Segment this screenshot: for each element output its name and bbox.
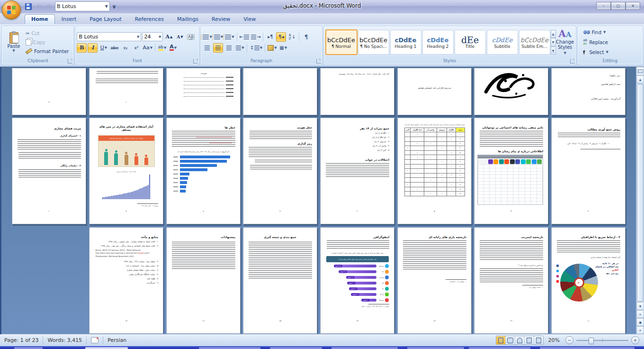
- tab-page-layout[interactable]: Page Layout: [83, 14, 128, 24]
- gallery-up-button[interactable]: ▲: [551, 30, 556, 38]
- tab-mailings[interactable]: Mailings: [170, 14, 205, 24]
- document-page[interactable]: ۲: [12, 68, 86, 115]
- document-page[interactable]: [474, 68, 548, 115]
- decrease-indent-button[interactable]: ⇤: [239, 32, 250, 42]
- document-page[interactable]: تاریخچه اینترنتچه کسی به اینترنت وصل شد …: [474, 227, 548, 334]
- page-indicator[interactable]: Page: 1 of 23: [0, 336, 43, 344]
- full-screen-reading-button[interactable]: [506, 336, 515, 344]
- document-page[interactable]: مزیت فضای مجازی۱ - اشتراک گذاری۲ - تبلیغ…: [12, 118, 86, 224]
- cut-button[interactable]: ✂Cut: [24, 29, 72, 37]
- document-page[interactable]: جعل هویترمز گذاری۷: [243, 118, 317, 224]
- clipboard-dialog-launcher[interactable]: [68, 59, 72, 64]
- sort-button[interactable]: AZ↓: [287, 32, 297, 42]
- document-page[interactable]: مدرسه:فارابی پایه تحصیلی:هشتم: [397, 68, 472, 115]
- document-page[interactable]: خطر هاآمار گروهی از مردم که در سال ۹۶ - …: [166, 118, 241, 224]
- gallery-more-button[interactable]: ▼̲: [551, 46, 556, 55]
- zoom-in-button[interactable]: +: [631, 336, 639, 344]
- styles-dialog-launcher[interactable]: [570, 59, 575, 64]
- ltr-direction-button[interactable]: ▸¶: [265, 32, 275, 42]
- numbering-button[interactable]: ▼: [214, 32, 224, 42]
- change-case-button[interactable]: Aa▼: [142, 43, 153, 53]
- strikethrough-button[interactable]: abe: [109, 43, 119, 53]
- browse-object-button[interactable]: ●: [636, 318, 644, 326]
- format-painter-button[interactable]: Format Painter: [24, 47, 72, 55]
- document-page[interactable]: منابع و مآخذ۱ - کتاب اعتیاد به فضای مجاز…: [89, 227, 163, 334]
- next-page-button[interactable]: ⏷: [636, 326, 644, 334]
- tab-references[interactable]: References: [128, 14, 170, 24]
- office-button[interactable]: [2, 0, 21, 19]
- document-page[interactable]: اینفوگرافینصب فعال هر کدام از پیام رسان …: [320, 227, 394, 334]
- multilevel-list-button[interactable]: ▼: [224, 32, 234, 42]
- style-heading-1[interactable]: cDdEeHeading 1: [390, 30, 421, 55]
- ruler-toggle-button[interactable]: [636, 67, 644, 75]
- justify-button[interactable]: ▼: [235, 43, 245, 53]
- rtl-direction-button[interactable]: ¶◂: [276, 32, 286, 42]
- word-count[interactable]: Words: 3,415: [43, 336, 87, 344]
- previous-page-button[interactable]: ⏶: [636, 310, 644, 318]
- font-name-combo[interactable]: B Lotus▼: [77, 32, 141, 41]
- maximize-button[interactable]: ▢: [611, 2, 626, 10]
- shrink-font-button[interactable]: A▼: [175, 32, 185, 42]
- document-page[interactable]: دبیر راهنما :سید ابراهیم هاشمیگردآورنده …: [551, 68, 626, 115]
- style-subtle-em[interactable]: bCcDdEeSubtle Em...: [519, 30, 550, 55]
- zoom-slider[interactable]: [576, 340, 628, 341]
- align-center-button[interactable]: [213, 43, 223, 53]
- document-page[interactable]: جمع بندی و نتیجه گیری۱۵: [243, 227, 317, 334]
- text-highlight-button[interactable]: ab▼: [157, 43, 167, 53]
- shading-button[interactable]: ▼: [267, 43, 277, 53]
- document-page[interactable]: [243, 68, 317, 115]
- font-color-button[interactable]: A▼: [168, 43, 178, 53]
- web-layout-button[interactable]: [515, 336, 525, 344]
- font-size-combo[interactable]: 24▼: [142, 32, 163, 41]
- clear-formatting-button[interactable]: A͟B: [186, 32, 196, 42]
- tab-review[interactable]: Review: [205, 14, 237, 24]
- paste-button[interactable]: Paste ▼: [3, 27, 24, 57]
- style-subtitle[interactable]: cDdEeSubtitle: [487, 30, 518, 55]
- copy-button[interactable]: Copy: [24, 38, 72, 46]
- document-page[interactable]: ۳ - ارتباط سریع با اطرافیانآمار استفاده …: [551, 227, 626, 334]
- style-title[interactable]: dEeTitle: [455, 30, 486, 55]
- zoom-slider-thumb[interactable]: [589, 338, 594, 344]
- scrollbar-thumb[interactable]: [637, 84, 644, 302]
- gallery-down-button[interactable]: ▼: [551, 38, 556, 46]
- document-page[interactable]: تاریخچه بازی های رایانه ای۱ - ویکی پدیا …: [397, 227, 472, 334]
- align-left-button[interactable]: [202, 43, 212, 53]
- paragraph-dialog-launcher[interactable]: [316, 59, 321, 64]
- scroll-down-button[interactable]: ▼: [636, 302, 644, 310]
- document-page[interactable]: فهرست: [166, 68, 241, 115]
- document-area[interactable]: دبیر راهنما :سید ابراهیم هاشمیگردآورنده …: [0, 67, 636, 334]
- increase-indent-button[interactable]: ⇥: [250, 32, 261, 42]
- font-dialog-launcher[interactable]: [193, 59, 198, 64]
- zoom-out-button[interactable]: −: [565, 336, 573, 344]
- line-spacing-button[interactable]: ↕▼: [249, 43, 263, 53]
- print-layout-view-button[interactable]: [496, 336, 506, 344]
- outline-view-button[interactable]: [525, 336, 534, 344]
- change-styles-button[interactable]: AA Change Styles ▼: [556, 29, 574, 56]
- document-page[interactable]: روش جمع آوری مطالب۱ - تلگرام ۲ - سروش ۳ …: [551, 118, 626, 224]
- draft-view-button[interactable]: [534, 336, 543, 344]
- replace-button[interactable]: abacReplace: [582, 38, 641, 46]
- style-normal[interactable]: bCcDdEe¶ Normal: [325, 29, 358, 55]
- scroll-up-button[interactable]: ▲: [636, 75, 644, 83]
- bullets-button[interactable]: ▼: [202, 32, 212, 42]
- tab-view[interactable]: View: [237, 14, 262, 24]
- show-hide-paragraph-button[interactable]: ¶: [301, 32, 311, 42]
- document-page[interactable]: پیشنهادات۱۶: [166, 227, 241, 334]
- subscript-button[interactable]: x₂: [120, 43, 130, 53]
- tab-insert[interactable]: Insert: [55, 14, 83, 24]
- document-page[interactable]: ۱: [89, 68, 163, 115]
- select-button[interactable]: Select▼: [582, 48, 641, 56]
- borders-button[interactable]: ▦▼: [278, 43, 288, 53]
- document-page[interactable]: جمع نمرات از ۱۴ نفر۱ - تلگرام ۸ رای۲ - ا…: [320, 118, 394, 224]
- tab-home[interactable]: Home: [25, 14, 55, 24]
- grow-font-button[interactable]: A▲: [164, 32, 174, 42]
- document-page[interactable]: کلید واژه : تلفن همراه ، اعتیاد ، پیام ر…: [320, 68, 394, 115]
- proofing-status[interactable]: [87, 336, 103, 344]
- document-page[interactable]: تاثیر منفی رسانه های اجتماعی بر نوجوانان…: [474, 118, 548, 224]
- bold-button[interactable]: B: [77, 43, 87, 53]
- zoom-level[interactable]: 20%: [548, 337, 560, 343]
- close-button[interactable]: ✕: [626, 2, 640, 10]
- italic-button[interactable]: I: [88, 43, 98, 53]
- superscript-button[interactable]: x²: [131, 43, 141, 53]
- align-right-button[interactable]: [224, 43, 234, 53]
